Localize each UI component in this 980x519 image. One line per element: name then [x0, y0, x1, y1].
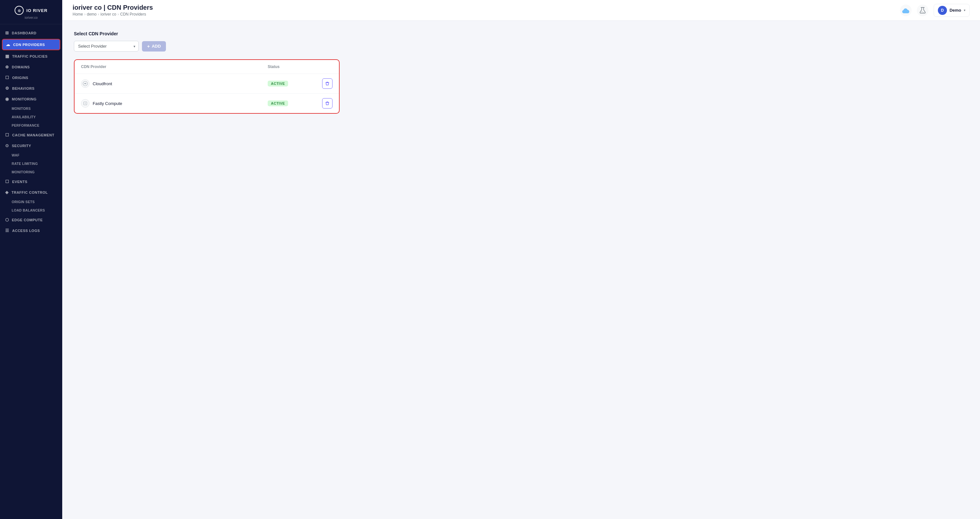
sidebar-item-origin-sets[interactable]: Origin Sets: [0, 198, 62, 206]
cdn-providers-icon: ☁: [6, 42, 10, 47]
sidebar-item-label: Availability: [12, 115, 36, 119]
monitoring-icon: ◉: [5, 97, 9, 102]
access-logs-icon: ☰: [5, 228, 10, 233]
breadcrumb-demo[interactable]: demo: [87, 12, 97, 16]
breadcrumb-ioriver[interactable]: ioriver co: [100, 12, 116, 16]
sidebar-item-label: Monitoring: [12, 97, 37, 101]
cloud-icon-button[interactable]: [900, 5, 912, 16]
page-title: ioriver co | CDN Providers: [73, 4, 153, 11]
provider-name-cloudfront: Cloudfront: [93, 81, 112, 86]
sidebar-item-label: Events: [12, 180, 27, 184]
sidebar-item-label: Traffic Control: [12, 190, 48, 194]
section-label: Select CDN Provider: [74, 31, 968, 36]
sidebar-item-dashboard[interactable]: ⊞ Dashboard: [0, 27, 62, 38]
table-header: CDN Provider Status: [75, 60, 339, 74]
add-button-label: ADD: [152, 44, 161, 49]
add-button[interactable]: + ADD: [142, 41, 166, 51]
breadcrumb-sep-1: ›: [84, 12, 86, 16]
sidebar-item-label: Origins: [12, 76, 29, 80]
header-right: D Demo ▾: [900, 4, 970, 17]
sidebar-item-behaviors[interactable]: ⚙ Behaviors: [0, 83, 62, 94]
breadcrumb-current: CDN Providers: [120, 12, 146, 16]
sidebar-logo: ◎ IO RIVER ioriver.co: [0, 0, 62, 24]
status-cell-fastly: ACTIVE: [268, 100, 313, 106]
traffic-control-icon: ◈: [5, 190, 9, 195]
sidebar-item-label: Dashboard: [12, 31, 37, 35]
status-cell-cloudfront: ACTIVE: [268, 81, 313, 87]
delete-button-fastly[interactable]: [322, 98, 332, 108]
user-avatar: D: [938, 6, 947, 15]
sidebar-item-cdn-providers[interactable]: ☁ CDN Providers: [2, 39, 60, 50]
sidebar-item-events[interactable]: ☐ Events: [0, 176, 62, 187]
sidebar-item-label: Rate Limiting: [12, 162, 38, 165]
table-row: Cloudfront ACTIVE: [75, 74, 339, 94]
status-badge-fastly: ACTIVE: [268, 100, 288, 106]
provider-cell-cloudfront: Cloudfront: [81, 79, 268, 88]
sidebar: ◎ IO RIVER ioriver.co ⊞ Dashboard ☁ CDN …: [0, 0, 62, 519]
sidebar-item-label: Load Balancers: [12, 208, 45, 212]
sidebar-item-label: Access Logs: [12, 229, 40, 233]
sidebar-item-label: Traffic Policies: [12, 54, 48, 58]
sidebar-item-cache-management[interactable]: ☐ Cache Management: [0, 130, 62, 140]
lab-icon-button[interactable]: [917, 5, 929, 16]
trash-icon: [325, 101, 329, 106]
sidebar-item-performance[interactable]: Performance: [0, 121, 62, 130]
sidebar-item-waf[interactable]: WAF: [0, 151, 62, 159]
svg-point-0: [922, 11, 922, 12]
provider-select[interactable]: Select Provider Cloudfront Fastly Comput…: [74, 41, 139, 51]
sidebar-item-domains[interactable]: ⊕ Domains: [0, 62, 62, 72]
sidebar-nav: ⊞ Dashboard ☁ CDN Providers ▦ Traffic Po…: [0, 24, 62, 519]
sidebar-item-edge-compute[interactable]: ⬡ Edge Compute: [0, 214, 62, 225]
breadcrumb-sep-3: ›: [118, 12, 119, 16]
status-badge-cloudfront: ACTIVE: [268, 81, 288, 87]
domains-icon: ⊕: [5, 65, 9, 69]
sidebar-item-label: Cache Management: [12, 133, 54, 137]
fastly-icon: [83, 101, 88, 106]
sidebar-item-label: WAF: [12, 153, 19, 157]
logo-sub: ioriver.co: [25, 16, 38, 19]
breadcrumb-home[interactable]: Home: [73, 12, 83, 16]
sidebar-item-monitoring[interactable]: ◉ Monitoring: [0, 94, 62, 104]
action-cell-fastly: [313, 98, 332, 108]
sidebar-item-label: Security: [12, 144, 32, 148]
provider-select-wrapper: Select Provider Cloudfront Fastly Comput…: [74, 41, 139, 51]
sidebar-item-rate-limiting[interactable]: Rate Limiting: [0, 159, 62, 168]
delete-button-cloudfront[interactable]: [322, 78, 332, 89]
cdn-providers-table: CDN Provider Status Cloudfront ACTIV: [74, 59, 340, 114]
sidebar-item-label: Monitoring: [12, 170, 35, 174]
logo-text: IO RIVER: [26, 8, 47, 13]
sidebar-item-label: Performance: [12, 124, 40, 127]
action-cell-cloudfront: [313, 78, 332, 89]
plus-icon: +: [147, 44, 150, 49]
sidebar-item-sec-monitoring[interactable]: Monitoring: [0, 168, 62, 176]
col-header-provider: CDN Provider: [81, 65, 268, 69]
security-icon: ⊙: [5, 143, 9, 148]
origins-icon: ☐: [5, 75, 10, 80]
header-left: ioriver co | CDN Providers Home › demo ›…: [73, 4, 153, 16]
sidebar-item-load-balancers[interactable]: Load Balancers: [0, 206, 62, 214]
sidebar-item-label: Edge Compute: [12, 218, 43, 222]
select-row: Select Provider Cloudfront Fastly Comput…: [74, 41, 968, 51]
sidebar-item-origins[interactable]: ☐ Origins: [0, 72, 62, 83]
provider-name-fastly: Fastly Compute: [93, 101, 122, 106]
user-name: Demo: [950, 8, 961, 13]
sidebar-item-monitors[interactable]: Monitors: [0, 104, 62, 113]
sidebar-item-label: Monitors: [12, 106, 31, 111]
sidebar-item-access-logs[interactable]: ☰ Access Logs: [0, 225, 62, 236]
main-area: ioriver co | CDN Providers Home › demo ›…: [62, 0, 980, 519]
cloudfront-icon: [83, 81, 88, 86]
sidebar-item-label: Origin Sets: [12, 200, 35, 204]
sidebar-item-security[interactable]: ⊙ Security: [0, 140, 62, 151]
content-area: Select CDN Provider Select Provider Clou…: [62, 21, 980, 519]
sidebar-item-traffic-policies[interactable]: ▦ Traffic Policies: [0, 51, 62, 62]
table-row: Fastly Compute ACTIVE: [75, 94, 339, 113]
sidebar-item-availability[interactable]: Availability: [0, 113, 62, 121]
edge-compute-icon: ⬡: [5, 217, 9, 222]
header: ioriver co | CDN Providers Home › demo ›…: [62, 0, 980, 21]
cloud-icon: [902, 8, 909, 13]
sidebar-item-traffic-control[interactable]: ◈ Traffic Control: [0, 187, 62, 198]
trash-icon: [325, 81, 329, 86]
provider-cell-fastly: Fastly Compute: [81, 99, 268, 108]
dashboard-icon: ⊞: [5, 30, 9, 35]
user-menu[interactable]: D Demo ▾: [934, 4, 970, 17]
